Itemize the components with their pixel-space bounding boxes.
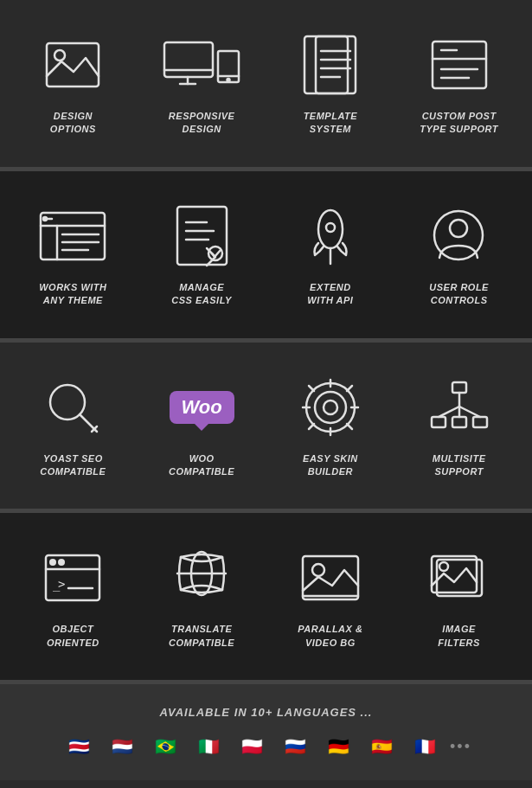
feature-row-2: WORKS WITH ANY THEME MANAGE CSS EASILY [0, 171, 532, 338]
svg-line-70 [347, 386, 352, 391]
seo-label: YOAST SEO COMPATIBLE [40, 452, 106, 479]
svg-point-89 [312, 564, 324, 576]
custom-post-icon [416, 30, 503, 99]
more-languages-indicator: ••• [450, 738, 471, 756]
svg-point-82 [58, 559, 65, 566]
flag-italy: 🇮🇹 [190, 734, 227, 759]
svg-point-53 [326, 223, 335, 232]
feature-css: MANAGE CSS EASILY [138, 189, 266, 321]
feature-row-1: DESIGN OPTIONS RESPONSIVE DESIGN [0, 0, 532, 167]
oop-icon: _ > [29, 543, 116, 612]
flag-germany: 🇩🇪 [320, 734, 356, 759]
api-icon [287, 202, 374, 271]
multisite-label: MULTISITE SUPPORT [433, 452, 486, 479]
design-options-label: DESIGN OPTIONS [50, 110, 96, 137]
svg-rect-71 [452, 382, 466, 393]
svg-point-93 [439, 562, 448, 571]
svg-point-20 [54, 50, 65, 61]
template-label: TEMPLATE SYSTEM [304, 110, 357, 137]
svg-point-62 [324, 400, 337, 414]
flag-brazil: 🇧🇷 [147, 734, 183, 759]
css-label: MANAGE CSS EASILY [171, 281, 232, 308]
feature-woo: Woo WOO COMPATIBLE [138, 360, 266, 492]
responsive-icon [158, 30, 245, 99]
flag-poland: 🇵🇱 [234, 734, 270, 759]
feature-user-role: USER ROLE CONTROLS [394, 189, 523, 321]
languages-title: AVAILABLE IN 10+ LANGUAGES ... [13, 706, 519, 719]
flag-france: 🇫🇷 [407, 734, 443, 759]
multisite-icon [416, 373, 503, 442]
svg-point-61 [315, 392, 346, 423]
feature-skin: EASY SKIN BUILDER [266, 360, 395, 492]
svg-text:>: > [58, 577, 65, 591]
parallax-label: PARALLAX & VIDEO BG [298, 623, 362, 650]
user-role-icon [416, 202, 503, 271]
svg-rect-25 [218, 51, 239, 82]
svg-rect-21 [164, 42, 213, 77]
design-options-icon [29, 30, 116, 99]
template-icon [287, 30, 374, 99]
custom-post-label: CUSTOM POST TYPE SUPPORT [420, 110, 498, 137]
user-role-label: USER ROLE CONTROLS [429, 281, 489, 308]
svg-line-69 [309, 424, 314, 429]
svg-rect-47 [177, 207, 227, 265]
flag-spain: 🇪🇸 [363, 734, 400, 759]
feature-multisite: MULTISITE SUPPORT [394, 360, 523, 492]
translate-icon [158, 543, 245, 612]
feature-theme: WORKS WITH ANY THEME [9, 189, 138, 321]
svg-point-56 [450, 220, 467, 237]
svg-point-52 [318, 210, 343, 248]
svg-rect-74 [473, 417, 487, 427]
svg-rect-29 [316, 36, 356, 93]
svg-line-76 [439, 407, 459, 417]
svg-rect-73 [452, 417, 466, 427]
flag-netherlands: 🇳🇱 [104, 734, 140, 759]
svg-rect-72 [432, 417, 445, 427]
feature-image-filters: IMAGE FILTERS [394, 530, 523, 663]
feature-responsive: RESPONSIVE DESIGN [138, 17, 266, 150]
feature-api: EXTEND WITH API [266, 189, 395, 321]
feature-parallax: PARALLAX & VIDEO BG [266, 530, 395, 663]
image-filters-icon [416, 543, 503, 612]
translate-label: TRANSLATE COMPATIBLE [169, 623, 234, 650]
css-icon [158, 202, 245, 271]
parallax-icon [287, 543, 374, 612]
oop-label: OBJECT ORIENTED [47, 623, 99, 650]
woo-label: WOO COMPATIBLE [169, 452, 234, 479]
svg-line-68 [347, 424, 352, 429]
svg-line-78 [459, 407, 480, 417]
flag-costa-rica: 🇨🇷 [61, 734, 97, 759]
svg-rect-34 [433, 42, 486, 88]
theme-label: WORKS WITH ANY THEME [39, 281, 106, 308]
svg-point-81 [49, 559, 56, 566]
theme-icon [29, 202, 116, 271]
responsive-label: RESPONSIVE DESIGN [169, 110, 235, 137]
svg-point-27 [228, 79, 230, 81]
skin-label: EASY SKIN BUILDER [303, 452, 358, 479]
feature-row-3: YOAST SEO COMPATIBLE Woo WOO COMPATIBLE [0, 343, 532, 509]
seo-icon [29, 373, 116, 442]
feature-seo: YOAST SEO COMPATIBLE [9, 360, 138, 492]
svg-point-43 [43, 217, 47, 221]
feature-translate: TRANSLATE COMPATIBLE [138, 530, 266, 663]
image-filters-label: IMAGE FILTERS [438, 623, 480, 650]
svg-line-67 [309, 386, 314, 391]
flags-row: 🇨🇷 🇳🇱 🇧🇷 🇮🇹 🇵🇱 🇷🇺 🇩🇪 🇪🇸 🇫🇷 ••• [13, 734, 519, 759]
flag-russia: 🇷🇺 [277, 734, 313, 759]
feature-custom-post: CUSTOM POST TYPE SUPPORT [394, 17, 523, 150]
api-label: EXTEND WITH API [307, 281, 353, 308]
feature-row-4: _ > OBJECT ORIENTED TRANSLATE COMPATIBLE [0, 513, 532, 680]
feature-template: TEMPLATE SYSTEM [266, 17, 395, 150]
svg-rect-28 [304, 36, 348, 93]
woo-badge: Woo [170, 391, 234, 424]
feature-oop: _ > OBJECT ORIENTED [9, 530, 138, 663]
woo-icon: Woo [158, 373, 245, 442]
feature-design-options: DESIGN OPTIONS [9, 17, 138, 150]
skin-icon [287, 373, 374, 442]
languages-section: AVAILABLE IN 10+ LANGUAGES ... 🇨🇷 🇳🇱 🇧🇷 … [0, 684, 532, 780]
